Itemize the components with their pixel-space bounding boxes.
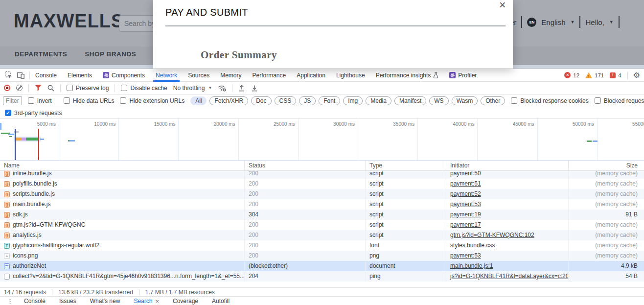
- drawer-tab-search[interactable]: Search×: [127, 297, 166, 305]
- store-nav-item[interactable]: SHOP BRANDS: [85, 50, 136, 58]
- store-nav-item[interactable]: DEPARTMENTS: [15, 50, 67, 58]
- table-row[interactable]: collect?v=2&tid=G-1QKNBLF41R&gtm=45je46h…: [0, 271, 644, 282]
- drawer-tab-console[interactable]: Console: [17, 297, 52, 305]
- table-row[interactable]: {}inline.bundle.js200scriptpayment:50(me…: [0, 171, 644, 179]
- network-overview-timeline[interactable]: 5000 ms10000 ms15000 ms20000 ms25000 ms3…: [0, 119, 644, 161]
- tab-elements[interactable]: Elements: [62, 69, 97, 82]
- issues-badge-icon[interactable]: !: [610, 72, 616, 78]
- clear-network-log-icon[interactable]: [16, 85, 23, 91]
- tab-lighthouse[interactable]: Lighthouse: [331, 69, 370, 82]
- search-icon[interactable]: [47, 85, 54, 92]
- filter-pill-font[interactable]: Font: [319, 96, 340, 105]
- network-conditions-icon[interactable]: [218, 85, 226, 92]
- filter-pill-wasm[interactable]: Wasm: [452, 96, 478, 105]
- checkbox-unchecked[interactable]: [120, 97, 126, 104]
- table-row[interactable]: {}scripts.bundle.js200scriptpayment:52(m…: [0, 189, 644, 199]
- table-row[interactable]: {}main.bundle.js200scriptpayment:53(memo…: [0, 199, 644, 210]
- checkbox-unchecked[interactable]: [595, 97, 601, 104]
- drawer-tab-coverage[interactable]: Coverage: [166, 297, 205, 305]
- initiator-link[interactable]: payment:51: [450, 179, 481, 189]
- initiator-link[interactable]: gtm.js?id=GTM-KFWQGNC:102: [450, 230, 534, 240]
- filter-pill-ws[interactable]: WS: [429, 96, 448, 105]
- import-har-icon[interactable]: [238, 85, 245, 92]
- initiator-link[interactable]: payment:53: [450, 199, 481, 210]
- more-tools-kebab-icon[interactable]: ⋮: [3, 298, 17, 305]
- column-header-type[interactable]: Type: [366, 161, 446, 171]
- tab-components[interactable]: Components: [97, 69, 150, 82]
- initiator-link[interactable]: styles.bundle.css: [450, 240, 495, 251]
- device-toolbar-icon[interactable]: [17, 71, 24, 79]
- language-caret-icon[interactable]: ▼: [571, 20, 575, 24]
- warning-badge-icon[interactable]: [585, 72, 592, 78]
- initiator-link[interactable]: payment:50: [450, 171, 481, 179]
- blocked-cookies-checkbox[interactable]: Blocked response cookies: [511, 97, 588, 104]
- checkbox-unchecked[interactable]: [67, 85, 73, 91]
- greeting-label[interactable]: Hello,: [585, 18, 604, 26]
- preserve-log-checkbox[interactable]: Preserve log: [67, 85, 109, 92]
- initiator-link[interactable]: payment:52: [450, 189, 481, 199]
- tab-sources[interactable]: Sources: [183, 69, 215, 82]
- settings-gear-icon[interactable]: ⚙: [633, 70, 640, 80]
- tab-application[interactable]: Application: [291, 69, 331, 82]
- filter-pill-img[interactable]: Img: [343, 96, 363, 105]
- invert-checkbox[interactable]: Invert: [28, 97, 52, 104]
- initiator-link[interactable]: main.bundle.js:1: [450, 261, 493, 271]
- drawer-tab-whatsnew[interactable]: What's new: [83, 297, 127, 305]
- drawer-tab-issues[interactable]: Issues: [52, 297, 83, 305]
- error-badge-icon[interactable]: ×: [564, 72, 571, 78]
- filter-pill-other[interactable]: Other: [481, 96, 505, 105]
- checkbox-unchecked[interactable]: [511, 97, 517, 104]
- column-header-size[interactable]: Size: [569, 161, 644, 171]
- record-network-log-icon[interactable]: [4, 85, 10, 91]
- inspect-element-icon[interactable]: [5, 71, 12, 79]
- tab-profiler[interactable]: Profiler: [444, 69, 482, 82]
- table-row[interactable]: {}analytics.js200scriptgtm.js?id=GTM-KFW…: [0, 230, 644, 240]
- filter-pill-fetchxhr[interactable]: Fetch/XHR: [209, 96, 248, 105]
- filter-input[interactable]: Filter: [3, 96, 22, 105]
- initiator-link[interactable]: payment:19: [450, 210, 481, 220]
- table-row[interactable]: {}sdk.js304scriptpayment:1991 B: [0, 210, 644, 220]
- table-row[interactable]: Tglyphicons-halflings-regular.woff2200fo…: [0, 240, 644, 251]
- table-row[interactable]: ▴icons.png200pngpayment:53(memory cache): [0, 251, 644, 261]
- filter-funnel-icon[interactable]: [35, 85, 42, 91]
- third-party-checkbox[interactable]: ✓ 3rd-party requests: [5, 110, 62, 117]
- language-label[interactable]: English: [541, 18, 565, 26]
- column-header-initiator[interactable]: Initiator: [446, 161, 569, 171]
- column-header-status[interactable]: Status: [245, 161, 366, 171]
- throttling-select[interactable]: No throttling ▼: [173, 85, 212, 92]
- disable-cache-checkbox[interactable]: Disable cache: [121, 85, 167, 92]
- greeting-caret-icon[interactable]: ▼: [609, 20, 614, 24]
- filter-pill-css[interactable]: CSS: [275, 96, 297, 105]
- issues-count[interactable]: 4: [618, 72, 621, 78]
- checkbox-unchecked[interactable]: [121, 85, 127, 91]
- checkbox-unchecked[interactable]: [64, 97, 70, 104]
- tab-performance[interactable]: Performance: [247, 69, 292, 82]
- hide-data-urls-checkbox[interactable]: Hide data URLs: [64, 97, 115, 104]
- close-icon[interactable]: ×: [155, 298, 159, 305]
- table-row[interactable]: authorizeNet(blocked:other)documentmain.…: [0, 261, 644, 271]
- filter-pill-all[interactable]: All: [190, 96, 207, 105]
- drawer-tab-autofill[interactable]: Autofill: [205, 297, 236, 305]
- checkbox-checked[interactable]: ✓: [5, 110, 11, 116]
- error-count[interactable]: 12: [573, 72, 579, 78]
- tab-console[interactable]: Console: [30, 69, 62, 82]
- filter-pill-media[interactable]: Media: [366, 96, 391, 105]
- filter-pill-doc[interactable]: Doc: [251, 96, 271, 105]
- table-row[interactable]: {}gtm.js?id=GTM-KFWQGNC200scriptpayment:…: [0, 220, 644, 230]
- export-har-icon[interactable]: [251, 85, 258, 92]
- warning-count[interactable]: 171: [595, 72, 604, 78]
- filter-pill-manifest[interactable]: Manifest: [394, 96, 426, 105]
- blocked-requests-checkbox[interactable]: Blocked requests: [595, 97, 644, 104]
- column-header-name[interactable]: Name: [0, 161, 245, 171]
- checkbox-unchecked[interactable]: [28, 97, 34, 104]
- tab-performance-insights[interactable]: Performance insights: [370, 69, 444, 82]
- tab-network[interactable]: Network: [150, 69, 183, 82]
- filter-pill-js[interactable]: JS: [299, 96, 316, 105]
- hide-extension-urls-checkbox[interactable]: Hide extension URLs: [120, 97, 184, 104]
- tab-memory[interactable]: Memory: [215, 69, 247, 82]
- close-icon[interactable]: ×: [499, 0, 506, 10]
- table-row[interactable]: {}polyfills.bundle.js200scriptpayment:51…: [0, 179, 644, 189]
- initiator-link[interactable]: payment:53: [450, 251, 481, 261]
- initiator-link[interactable]: payment:17: [450, 220, 481, 230]
- initiator-link[interactable]: js?id=G-1QKNBLF41R&l=dataLayer&cx=c:204.: [450, 271, 569, 282]
